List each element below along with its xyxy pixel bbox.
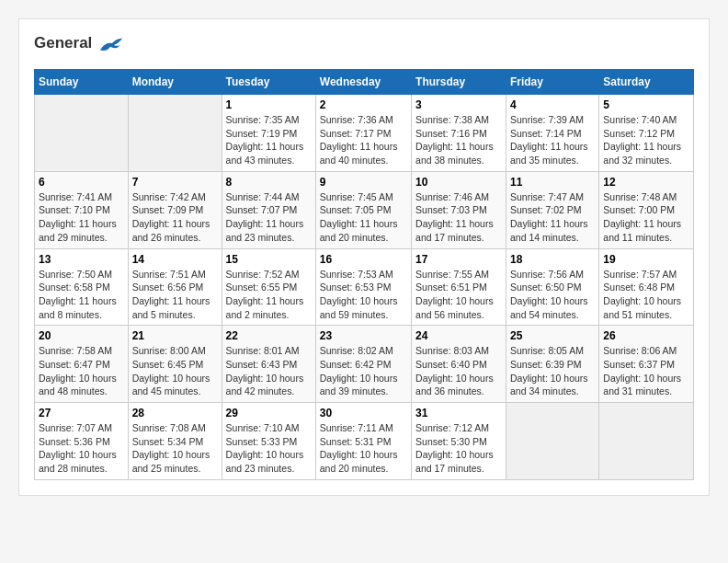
calendar-day-cell: 16Sunrise: 7:53 AMSunset: 6:53 PMDayligh…	[315, 248, 411, 326]
day-info: Sunrise: 7:50 AMSunset: 6:58 PMDaylight:…	[39, 268, 124, 322]
calendar-week-row: 1Sunrise: 7:35 AMSunset: 7:19 PMDaylight…	[35, 95, 694, 172]
day-number: 16	[320, 253, 407, 266]
calendar-day-cell: 3Sunrise: 7:38 AMSunset: 7:16 PMDaylight…	[412, 95, 506, 172]
day-number: 20	[39, 329, 124, 342]
day-info: Sunrise: 7:41 AMSunset: 7:10 PMDaylight:…	[39, 190, 124, 245]
day-number: 9	[320, 176, 407, 189]
calendar-day-cell: 30Sunrise: 7:11 AMSunset: 5:31 PMDayligh…	[315, 403, 411, 480]
calendar-header-row: SundayMondayTuesdayWednesdayThursdayFrid…	[35, 70, 694, 95]
day-of-week-header: Saturday	[599, 70, 694, 95]
day-info: Sunrise: 7:46 AMSunset: 7:03 PMDaylight:…	[415, 190, 502, 245]
day-info: Sunrise: 7:48 AMSunset: 7:00 PMDaylight:…	[603, 190, 689, 245]
day-info: Sunrise: 7:42 AMSunset: 7:09 PMDaylight:…	[132, 190, 218, 245]
day-info: Sunrise: 8:06 AMSunset: 6:37 PMDaylight:…	[603, 344, 689, 398]
day-info: Sunrise: 7:55 AMSunset: 6:51 PMDaylight:…	[415, 268, 502, 322]
calendar-day-cell	[506, 403, 598, 480]
calendar-day-cell	[599, 403, 694, 480]
calendar-week-row: 20Sunrise: 7:58 AMSunset: 6:47 PMDayligh…	[35, 326, 694, 403]
calendar-day-cell: 20Sunrise: 7:58 AMSunset: 6:47 PMDayligh…	[35, 326, 129, 403]
calendar-day-cell	[35, 95, 129, 172]
calendar-day-cell: 14Sunrise: 7:51 AMSunset: 6:56 PMDayligh…	[128, 248, 222, 326]
day-info: Sunrise: 7:40 AMSunset: 7:12 PMDaylight:…	[603, 113, 689, 167]
day-number: 13	[39, 253, 124, 266]
calendar-day-cell: 25Sunrise: 8:05 AMSunset: 6:39 PMDayligh…	[506, 326, 598, 403]
calendar-table: SundayMondayTuesdayWednesdayThursdayFrid…	[34, 69, 694, 480]
day-number: 27	[39, 407, 124, 419]
day-number: 25	[510, 329, 595, 342]
calendar-day-cell: 9Sunrise: 7:45 AMSunset: 7:05 PMDaylight…	[315, 171, 411, 248]
day-number: 3	[415, 98, 502, 111]
day-info: Sunrise: 7:10 AMSunset: 5:33 PMDaylight:…	[226, 421, 312, 476]
logo-line1: General	[34, 34, 124, 54]
calendar-day-cell: 17Sunrise: 7:55 AMSunset: 6:51 PMDayligh…	[412, 248, 506, 326]
day-number: 18	[510, 253, 595, 266]
calendar-day-cell: 15Sunrise: 7:52 AMSunset: 6:55 PMDayligh…	[222, 248, 315, 326]
calendar-day-cell: 6Sunrise: 7:41 AMSunset: 7:10 PMDaylight…	[35, 171, 129, 248]
calendar-day-cell: 4Sunrise: 7:39 AMSunset: 7:14 PMDaylight…	[506, 95, 598, 172]
day-number: 29	[226, 407, 312, 419]
day-of-week-header: Sunday	[35, 70, 129, 95]
day-info: Sunrise: 7:36 AMSunset: 7:17 PMDaylight:…	[320, 113, 407, 167]
logo-bird-icon	[98, 34, 124, 54]
day-info: Sunrise: 7:44 AMSunset: 7:07 PMDaylight:…	[226, 190, 312, 245]
day-of-week-header: Thursday	[412, 70, 506, 95]
calendar-container: General SundayMondayTuesdayWednesdayThur…	[18, 18, 710, 496]
calendar-day-cell: 22Sunrise: 8:01 AMSunset: 6:43 PMDayligh…	[222, 326, 315, 403]
day-info: Sunrise: 7:07 AMSunset: 5:36 PMDaylight:…	[39, 421, 124, 476]
day-of-week-header: Monday	[128, 70, 222, 95]
day-info: Sunrise: 7:39 AMSunset: 7:14 PMDaylight:…	[510, 113, 595, 167]
calendar-week-row: 6Sunrise: 7:41 AMSunset: 7:10 PMDaylight…	[35, 171, 694, 248]
day-number: 15	[226, 253, 312, 266]
day-info: Sunrise: 7:51 AMSunset: 6:56 PMDaylight:…	[132, 268, 218, 322]
calendar-day-cell: 27Sunrise: 7:07 AMSunset: 5:36 PMDayligh…	[35, 403, 129, 480]
calendar-day-cell: 11Sunrise: 7:47 AMSunset: 7:02 PMDayligh…	[506, 171, 598, 248]
calendar-day-cell: 21Sunrise: 8:00 AMSunset: 6:45 PMDayligh…	[128, 326, 222, 403]
logo: General	[34, 34, 124, 54]
calendar-day-cell: 2Sunrise: 7:36 AMSunset: 7:17 PMDaylight…	[315, 95, 411, 172]
calendar-day-cell: 19Sunrise: 7:57 AMSunset: 6:48 PMDayligh…	[599, 248, 694, 326]
calendar-day-cell: 28Sunrise: 7:08 AMSunset: 5:34 PMDayligh…	[128, 403, 222, 480]
day-number: 19	[603, 253, 689, 266]
calendar-day-cell	[128, 95, 222, 172]
day-info: Sunrise: 7:58 AMSunset: 6:47 PMDaylight:…	[39, 344, 124, 398]
day-info: Sunrise: 8:02 AMSunset: 6:42 PMDaylight:…	[320, 344, 407, 398]
day-info: Sunrise: 7:11 AMSunset: 5:31 PMDaylight:…	[320, 421, 407, 476]
calendar-day-cell: 23Sunrise: 8:02 AMSunset: 6:42 PMDayligh…	[315, 326, 411, 403]
calendar-day-cell: 26Sunrise: 8:06 AMSunset: 6:37 PMDayligh…	[599, 326, 694, 403]
calendar-day-cell: 10Sunrise: 7:46 AMSunset: 7:03 PMDayligh…	[412, 171, 506, 248]
day-info: Sunrise: 8:01 AMSunset: 6:43 PMDaylight:…	[226, 344, 312, 398]
day-info: Sunrise: 7:12 AMSunset: 5:30 PMDaylight:…	[415, 421, 502, 476]
day-number: 14	[132, 253, 218, 266]
day-info: Sunrise: 7:38 AMSunset: 7:16 PMDaylight:…	[415, 113, 502, 167]
day-number: 12	[603, 176, 689, 189]
day-number: 4	[510, 98, 595, 111]
calendar-day-cell: 24Sunrise: 8:03 AMSunset: 6:40 PMDayligh…	[412, 326, 506, 403]
day-number: 26	[603, 329, 689, 342]
day-number: 30	[320, 407, 407, 419]
calendar-day-cell: 18Sunrise: 7:56 AMSunset: 6:50 PMDayligh…	[506, 248, 598, 326]
day-info: Sunrise: 7:56 AMSunset: 6:50 PMDaylight:…	[510, 268, 595, 322]
day-number: 17	[415, 253, 502, 266]
day-info: Sunrise: 8:05 AMSunset: 6:39 PMDaylight:…	[510, 344, 595, 398]
day-number: 10	[415, 176, 502, 189]
day-info: Sunrise: 7:53 AMSunset: 6:53 PMDaylight:…	[320, 268, 407, 322]
day-info: Sunrise: 7:57 AMSunset: 6:48 PMDaylight:…	[603, 268, 689, 322]
calendar-day-cell: 5Sunrise: 7:40 AMSunset: 7:12 PMDaylight…	[599, 95, 694, 172]
day-number: 7	[132, 176, 218, 189]
day-info: Sunrise: 7:52 AMSunset: 6:55 PMDaylight:…	[226, 268, 312, 322]
day-number: 21	[132, 329, 218, 342]
day-number: 5	[603, 98, 689, 111]
calendar-week-row: 27Sunrise: 7:07 AMSunset: 5:36 PMDayligh…	[35, 403, 694, 480]
calendar-day-cell: 7Sunrise: 7:42 AMSunset: 7:09 PMDaylight…	[128, 171, 222, 248]
day-number: 6	[39, 176, 124, 189]
day-number: 28	[132, 407, 218, 419]
day-number: 1	[226, 98, 312, 111]
calendar-day-cell: 31Sunrise: 7:12 AMSunset: 5:30 PMDayligh…	[412, 403, 506, 480]
day-number: 2	[320, 98, 407, 111]
day-number: 24	[415, 329, 502, 342]
calendar-week-row: 13Sunrise: 7:50 AMSunset: 6:58 PMDayligh…	[35, 248, 694, 326]
day-info: Sunrise: 8:00 AMSunset: 6:45 PMDaylight:…	[132, 344, 218, 398]
day-info: Sunrise: 7:45 AMSunset: 7:05 PMDaylight:…	[320, 190, 407, 245]
calendar-day-cell: 8Sunrise: 7:44 AMSunset: 7:07 PMDaylight…	[222, 171, 315, 248]
day-number: 11	[510, 176, 595, 189]
